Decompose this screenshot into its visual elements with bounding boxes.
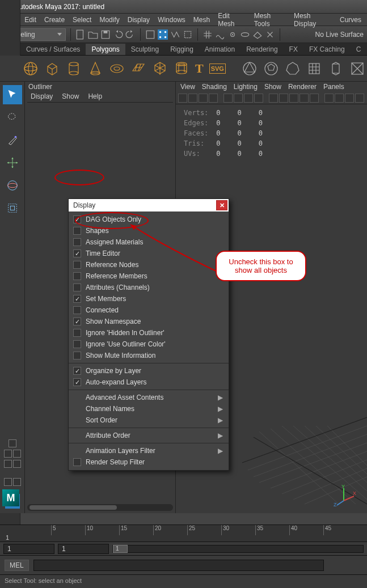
redo-icon[interactable]: [125, 29, 136, 40]
menu-checkbox[interactable]: [73, 352, 81, 359]
menu-modify[interactable]: Modify: [99, 16, 119, 24]
display-menu-item[interactable]: Set Members: [69, 293, 229, 304]
menu-checkbox[interactable]: [73, 318, 81, 325]
menu-checkbox[interactable]: [73, 238, 81, 246]
menu-checkbox[interactable]: [73, 261, 81, 269]
viewport-option-icon[interactable]: [345, 94, 354, 103]
snap-grid-icon[interactable]: [203, 29, 213, 40]
viewport-option-icon[interactable]: [335, 94, 344, 103]
display-menu-item[interactable]: Connected: [69, 304, 229, 316]
poly-cone-icon[interactable]: [87, 60, 103, 77]
menu-checkbox[interactable]: [73, 329, 81, 337]
menu-checkbox[interactable]: [73, 458, 81, 466]
viewport-menu-panels[interactable]: Panels: [323, 83, 344, 91]
command-language-chip[interactable]: MEL: [5, 560, 29, 571]
viewport-option-icon[interactable]: [178, 94, 187, 103]
outliner-menu-show[interactable]: Show: [62, 92, 79, 100]
menu-mesh[interactable]: Mesh: [193, 16, 210, 24]
display-menu-item[interactable]: Auto-expand Layers: [69, 377, 229, 388]
display-menu-item[interactable]: Reference Nodes: [69, 259, 229, 270]
menu-mesh-display[interactable]: Mesh Display: [294, 12, 332, 28]
poly-plane-icon[interactable]: [130, 60, 146, 77]
snap-point-icon[interactable]: [227, 29, 238, 40]
menu-checkbox[interactable]: [73, 284, 81, 291]
display-menu-item[interactable]: Assigned Materials: [69, 236, 229, 248]
lasso-tool[interactable]: [3, 108, 22, 127]
viewport-menu-shading[interactable]: Shading: [202, 83, 227, 91]
paint-select-tool[interactable]: [3, 130, 22, 150]
select-tool[interactable]: [3, 85, 22, 104]
layout-preset-icon[interactable]: [13, 460, 21, 468]
display-menu-item[interactable]: Attributes (Channels): [69, 282, 229, 293]
soccer-icon[interactable]: [263, 60, 279, 77]
shelf-tab-custom[interactable]: C: [351, 44, 367, 55]
poly-pipe-icon[interactable]: [174, 60, 189, 77]
shelf-tab-polygons[interactable]: Polygons: [86, 44, 125, 55]
snap-plane-icon[interactable]: [252, 29, 263, 40]
display-menu-item[interactable]: Attribute Order▶: [69, 430, 229, 441]
rotate-tool[interactable]: [3, 176, 22, 195]
outliner-menu-help[interactable]: Help: [88, 92, 102, 100]
move-tool[interactable]: [3, 153, 22, 172]
shelf-tab-rigging[interactable]: Rigging: [164, 44, 199, 55]
shelf-tab-curves[interactable]: Curves / Surfaces: [20, 44, 86, 55]
scrollbar-thumb[interactable]: [29, 505, 117, 510]
viewport-menu-renderer[interactable]: Renderer: [288, 83, 317, 91]
viewport-option-icon[interactable]: [209, 94, 218, 103]
helix-icon[interactable]: [306, 60, 322, 77]
layout-preset-icon[interactable]: [13, 450, 21, 458]
menu-checkbox[interactable]: [73, 340, 81, 348]
menu-edit[interactable]: Edit: [24, 16, 36, 24]
save-scene-icon[interactable]: [100, 29, 111, 40]
superellipse-icon[interactable]: [285, 60, 301, 77]
menu-edit-mesh[interactable]: Edit Mesh: [218, 12, 246, 28]
menu-select[interactable]: Select: [73, 16, 91, 24]
display-menu-item[interactable]: Channel Names▶: [69, 403, 229, 414]
shelf-tab-fxcaching[interactable]: FX Caching: [303, 44, 351, 55]
viewport-menu-show[interactable]: Show: [264, 83, 281, 91]
display-menu-item[interactable]: DAG Objects Only: [69, 214, 229, 225]
snap-live-icon[interactable]: [265, 29, 275, 40]
close-icon[interactable]: ✕: [216, 200, 227, 210]
menu-checkbox[interactable]: [73, 227, 81, 235]
range-track[interactable]: 1: [112, 545, 364, 553]
menu-checkbox[interactable]: [73, 306, 81, 314]
menu-create[interactable]: Create: [44, 16, 65, 24]
poly-cylinder-icon[interactable]: [66, 60, 82, 77]
outliner-menu-display[interactable]: Display: [31, 92, 53, 100]
display-menu-item[interactable]: Animation Layers Filter▶: [69, 445, 229, 456]
command-input[interactable]: [33, 560, 324, 571]
viewport-option-icon[interactable]: [188, 94, 197, 103]
snap-projected-icon[interactable]: [240, 29, 250, 40]
display-menu-item[interactable]: Advanced Asset Contents▶: [69, 392, 229, 403]
menu-display[interactable]: Display: [128, 16, 150, 24]
viewport-option-icon[interactable]: [254, 94, 263, 103]
select-by-hierarchy-icon[interactable]: [170, 29, 180, 40]
time-slider[interactable]: 51015202530354045 1: [0, 524, 367, 542]
gear-icon[interactable]: [328, 60, 344, 77]
range-knob[interactable]: 1: [113, 545, 128, 553]
layout-preset-icon[interactable]: [4, 450, 12, 458]
platonic-icon[interactable]: [242, 60, 258, 77]
live-surface-dropdown[interactable]: No Live Surface: [315, 31, 364, 39]
menu-checkbox[interactable]: [73, 272, 81, 280]
viewport-option-icon[interactable]: [244, 94, 253, 103]
prism-icon[interactable]: [349, 60, 365, 77]
selection-mask-icon[interactable]: [183, 29, 193, 40]
viewport-option-icon[interactable]: [269, 94, 278, 103]
outliner-horizontal-scrollbar[interactable]: [27, 504, 173, 511]
layout-preset-icon[interactable]: [13, 478, 21, 486]
display-menu-item[interactable]: Reference Members: [69, 270, 229, 282]
scale-tool[interactable]: [3, 198, 22, 218]
viewport-option-icon[interactable]: [299, 94, 309, 103]
shelf-tab-sculpting[interactable]: Sculpting: [125, 44, 164, 55]
display-menu-item[interactable]: Shapes: [69, 225, 229, 236]
poly-sphere-icon[interactable]: [23, 60, 39, 77]
display-menu-item[interactable]: Show Mute Information: [69, 350, 229, 361]
shelf-tab-fx[interactable]: FX: [284, 44, 303, 55]
poly-svg-icon[interactable]: SVG: [209, 60, 226, 77]
viewport-grid[interactable]: [225, 346, 367, 505]
shelf-tab-rendering[interactable]: Rendering: [241, 44, 283, 55]
display-menu-item[interactable]: Sort Order▶: [69, 414, 229, 426]
range-start-field[interactable]: 1: [3, 544, 54, 554]
